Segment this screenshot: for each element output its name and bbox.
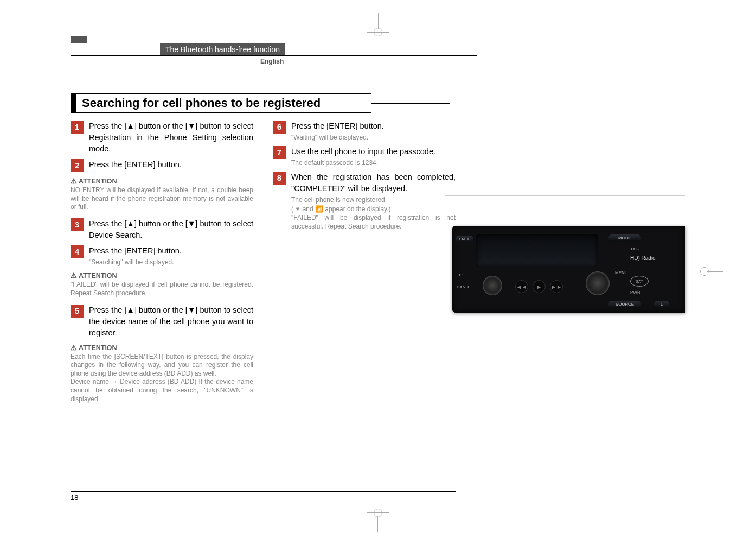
step-number: 7	[273, 146, 286, 159]
step-subtext: The default passcode is 1234.	[291, 158, 456, 167]
header: The Bluetooth hands-free function Englis…	[71, 43, 685, 63]
step-text: Press the [▲] button or the [▼] button t…	[89, 305, 253, 339]
step-2: 2 Press the [ENTER] button.	[71, 159, 253, 172]
step-4: 4 Press the [ENTER] button. "Searching" …	[71, 245, 253, 267]
band-label: BAND	[457, 284, 469, 289]
language-label: English	[260, 58, 284, 65]
stereo-screen	[476, 234, 598, 267]
crop-mark-right	[691, 261, 723, 282]
next-track-icon: ►►	[550, 280, 563, 293]
step-number: 8	[273, 172, 286, 185]
guide-line-horizontal	[445, 195, 685, 196]
step-1: 1 Press the [▲] button or the [▼] button…	[71, 121, 253, 155]
mode-button-label: MODE	[608, 234, 641, 242]
step-text: Press the [▲] button or the [▼] button t…	[89, 121, 253, 155]
step-text: Use the cell phone to input the passcode…	[291, 146, 456, 157]
crop-mark-bottom	[367, 499, 389, 532]
step-text: Press the [▲] button or the [▼] button t…	[89, 218, 253, 241]
step-text: Press the [ENTER] button.	[291, 121, 456, 132]
step-5: 5 Press the [▲] button or the [▼] button…	[71, 305, 253, 339]
step-subtext: "Waiting" will be displayed.	[291, 133, 456, 142]
step-number: 4	[71, 245, 84, 258]
step-number: 5	[71, 305, 84, 318]
play-icon: ►	[533, 280, 546, 293]
back-icon: ↩	[459, 272, 463, 277]
tag-label: TAG	[630, 246, 639, 251]
step-text: When the registration has been completed…	[291, 172, 456, 194]
attention-body: NO ENTRY will be displayed if available.…	[71, 186, 253, 212]
page-number: 18	[71, 493, 78, 502]
right-column: 6 Press the [ENTER] button. "Waiting" wi…	[273, 121, 456, 410]
attention-note: ATTENTION Each time the [SCREEN/TEXT] bu…	[71, 343, 253, 404]
section-label: The Bluetooth hands-free function	[160, 43, 285, 55]
ente-button-label: ENTE	[456, 236, 473, 243]
step-number: 3	[71, 218, 84, 231]
pwr-label: PWR	[630, 290, 640, 295]
volume-knob-icon	[483, 276, 502, 295]
attention-heading: ATTENTION	[71, 176, 253, 186]
header-rule	[71, 55, 477, 56]
prev-track-icon: ◄◄	[515, 280, 528, 293]
step-number: 2	[71, 159, 84, 172]
car-stereo-illustration: ENTE MODE TAG HD) Radio ◄◄ ► ►► MENU SAT…	[452, 226, 685, 313]
left-column: 1 Press the [▲] button or the [▼] button…	[71, 121, 253, 410]
step-3: 3 Press the [▲] button or the [▼] button…	[71, 218, 253, 241]
step-8: 8 When the registration has been complet…	[273, 172, 456, 231]
page-title: Searching for cell phones to be register…	[82, 96, 321, 110]
title-block: Searching for cell phones to be register…	[71, 93, 450, 113]
source-button-label: SOURCE	[608, 301, 641, 308]
tune-knob-icon	[586, 271, 610, 295]
header-dark-tab-left	[71, 36, 87, 43]
crop-mark-top	[367, 13, 389, 46]
attention-heading: ATTENTION	[71, 343, 253, 353]
footer-rule	[71, 491, 456, 492]
preset-1-button: 1	[654, 301, 669, 308]
step-7: 7 Use the cell phone to input the passco…	[273, 146, 456, 167]
menu-label: MENU	[615, 270, 628, 275]
step-subtext: "Searching" will be displayed.	[89, 258, 253, 267]
transport-buttons: ◄◄ ► ►►	[515, 280, 563, 293]
step-number: 1	[71, 121, 84, 134]
step-subtext: The cell phone is now registered. ( ⁕ an…	[291, 195, 456, 231]
sat-radio-logo: SAT	[630, 276, 649, 287]
attention-body: "FAILED" will be displayed if cell phone…	[71, 281, 253, 297]
step-number: 6	[273, 121, 286, 134]
attention-heading: ATTENTION	[71, 271, 253, 281]
attention-body: Each time the [SCREEN/TEXT] button is pr…	[71, 353, 253, 404]
hd-radio-logo: HD) Radio	[630, 255, 656, 261]
attention-note: ATTENTION "FAILED" will be displayed if …	[71, 271, 253, 297]
attention-note: ATTENTION NO ENTRY will be displayed if …	[71, 176, 253, 212]
step-text: Press the [ENTER] button.	[89, 159, 253, 170]
step-text: Press the [ENTER] button.	[89, 245, 253, 257]
step-6: 6 Press the [ENTER] button. "Waiting" wi…	[273, 121, 456, 142]
